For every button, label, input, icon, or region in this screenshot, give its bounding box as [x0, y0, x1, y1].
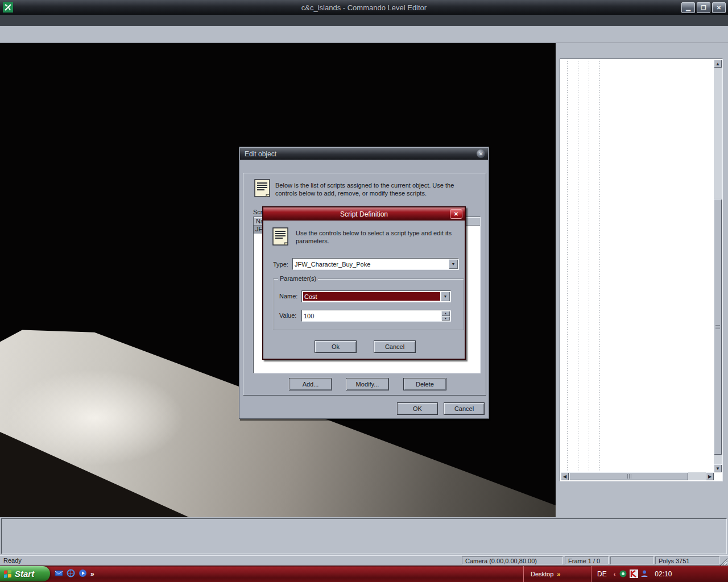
- ie-icon[interactable]: [67, 569, 75, 579]
- desktop-band: Desktop »: [523, 566, 589, 582]
- minimize-button[interactable]: ▁: [681, 2, 695, 13]
- vertical-scroll-thumb[interactable]: [714, 199, 722, 455]
- status-frame: Frame 1 / 0: [565, 556, 609, 564]
- script-definition-description: Use the controls below to select a scrip…: [296, 229, 455, 245]
- parameters-legend: Parameter(s): [278, 275, 318, 282]
- quick-launch-chevron[interactable]: »: [90, 570, 94, 578]
- taskbar-clock[interactable]: 02:10: [655, 570, 672, 578]
- start-button[interactable]: Start: [0, 566, 50, 581]
- system-tray: DE ‹ 02:10: [591, 566, 728, 582]
- name-label: Name:: [279, 293, 297, 300]
- tray-chevron[interactable]: ‹: [614, 571, 616, 577]
- type-label: Type:: [273, 261, 288, 268]
- parameter-value-input[interactable]: 100 ▲▼: [301, 310, 451, 322]
- script-type-combobox[interactable]: JFW_Character_Buy_Poke ▼: [292, 258, 459, 270]
- delete-script-button[interactable]: Delete: [403, 378, 446, 390]
- parameter-name-combobox[interactable]: Cost ▼: [301, 290, 451, 302]
- script-definition-title-bar[interactable]: Script Definition ✕: [263, 207, 465, 221]
- modify-script-button[interactable]: Modify...: [346, 378, 389, 390]
- spin-up-icon: ▲: [441, 311, 450, 316]
- parameter-value-text: 100: [304, 313, 314, 319]
- start-label: Start: [15, 569, 34, 579]
- scroll-up-icon[interactable]: ▲: [714, 60, 722, 68]
- scripts-description: Below is the list of scripts assigned to…: [275, 181, 475, 197]
- window-title: c&c_islands - Commando Level Editor: [0, 3, 728, 12]
- script-definition-dialog: Script Definition ✕ Use the controls bel…: [262, 206, 466, 360]
- parameters-groupbox: Parameter(s) Name: Cost ▼ Value: 100 ▲▼: [273, 278, 464, 330]
- resize-grip[interactable]: [720, 558, 727, 566]
- application-window: c&c_islands - Commando Level Editor ▁ ❐ …: [0, 0, 728, 582]
- windows-flag-icon: [4, 570, 12, 578]
- edit-object-close-icon[interactable]: ✕: [477, 149, 485, 158]
- tree-horizontal-scrollbar[interactable]: ◀ ▶: [561, 472, 714, 480]
- value-spinner[interactable]: ▲▼: [441, 311, 450, 321]
- status-ready: Ready: [3, 557, 22, 564]
- close-button[interactable]: ✕: [712, 2, 726, 13]
- edit-object-cancel-button[interactable]: Cancel: [444, 402, 485, 415]
- script-paper-icon: [272, 227, 289, 247]
- edit-object-title-bar[interactable]: Edit object ✕: [240, 148, 488, 160]
- maximize-button[interactable]: ❐: [697, 2, 710, 13]
- antivirus-icon[interactable]: [630, 569, 638, 579]
- scroll-down-icon[interactable]: ▼: [714, 464, 722, 472]
- script-paper-icon: [254, 179, 271, 199]
- desktop-chevron[interactable]: »: [557, 571, 560, 577]
- preset-tree: ▲ ▼ ◀ ▶: [560, 59, 723, 481]
- add-script-button[interactable]: Add...: [289, 378, 332, 390]
- preset-actions: [559, 485, 726, 512]
- status-bar: Ready Camera (0.00,0.00,80.00) Frame 1 /…: [0, 555, 728, 566]
- log-panel: [0, 517, 728, 555]
- media-player-icon[interactable]: [78, 569, 87, 579]
- status-empty-panel: [610, 556, 653, 564]
- spin-down-icon: ▼: [441, 316, 450, 321]
- script-definition-close-icon[interactable]: ✕: [450, 209, 462, 219]
- chevron-down-icon[interactable]: ▼: [449, 259, 458, 269]
- tree-vertical-scrollbar[interactable]: ▲ ▼: [714, 60, 722, 472]
- value-label: Value:: [279, 312, 296, 319]
- status-camera: Camera (0.00,0.00,80.00): [462, 556, 563, 564]
- log-output: [1, 518, 727, 554]
- eye-tray-icon[interactable]: [619, 569, 627, 579]
- edit-object-ok-button[interactable]: OK: [397, 402, 438, 415]
- scroll-left-icon[interactable]: ◀: [561, 472, 569, 480]
- script-ok-button[interactable]: Ok: [315, 340, 357, 353]
- taskbar: Start » Desktop » DE ‹ 02:10: [0, 566, 728, 582]
- preset-tree-rows: [561, 60, 714, 472]
- menu-bar: [0, 15, 728, 27]
- scroll-right-icon[interactable]: ▶: [706, 472, 714, 480]
- horizontal-scroll-thumb[interactable]: [569, 472, 688, 480]
- presets-panel: ▲ ▼ ◀ ▶: [556, 43, 728, 517]
- outlook-icon[interactable]: [55, 569, 63, 579]
- edit-object-title: Edit object: [245, 150, 276, 158]
- toolbar: [0, 26, 728, 43]
- script-definition-title: Script Definition: [340, 210, 388, 218]
- script-type-value: JFW_Character_Buy_Poke: [295, 261, 370, 268]
- desktop-label[interactable]: Desktop: [531, 571, 553, 577]
- chevron-down-icon[interactable]: ▼: [441, 292, 450, 301]
- title-bar: c&c_islands - Commando Level Editor ▁ ❐ …: [0, 0, 728, 15]
- user-tray-icon[interactable]: [640, 569, 649, 579]
- script-cancel-button[interactable]: Cancel: [374, 340, 416, 353]
- language-indicator[interactable]: DE: [597, 570, 607, 578]
- quick-launch: »: [55, 567, 94, 580]
- parameter-name-value: Cost: [303, 292, 440, 301]
- status-polys: Polys 3751: [655, 556, 719, 564]
